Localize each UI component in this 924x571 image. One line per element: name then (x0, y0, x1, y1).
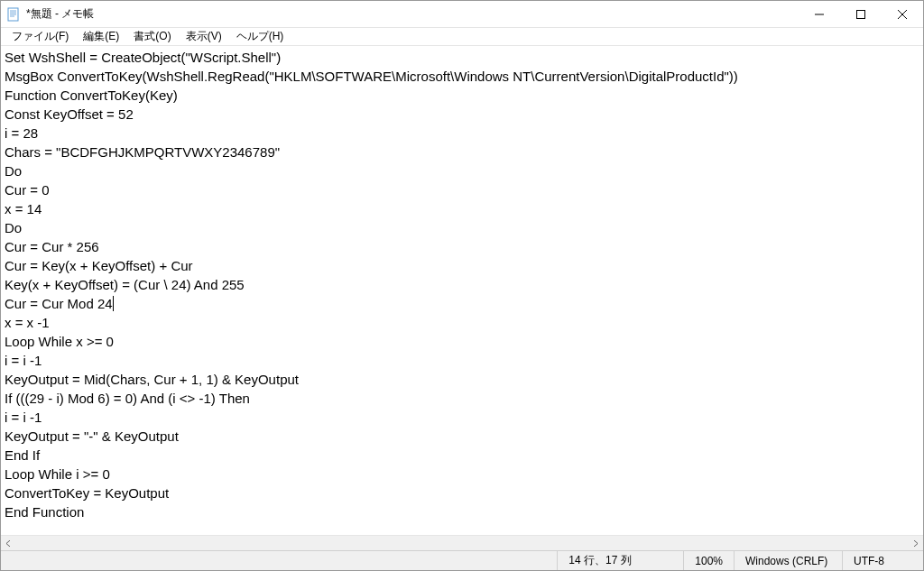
scroll-right-button[interactable] (908, 536, 923, 550)
menu-view[interactable]: 表示(V) (179, 27, 229, 46)
minimize-button[interactable] (799, 1, 840, 27)
maximize-button[interactable] (840, 1, 882, 27)
menu-edit[interactable]: 編集(E) (76, 27, 126, 46)
window-title: *無題 - メモ帳 (26, 6, 799, 22)
statusbar: 14 行、17 列 100% Windows (CRLF) UTF-8 (1, 550, 923, 570)
scroll-track[interactable] (16, 536, 908, 550)
status-zoom: 100% (683, 551, 734, 570)
menu-help[interactable]: ヘルプ(H) (229, 27, 291, 46)
status-lineending: Windows (CRLF) (734, 551, 842, 570)
menubar: ファイル(F) 編集(E) 書式(O) 表示(V) ヘルプ(H) (1, 28, 923, 46)
menu-format[interactable]: 書式(O) (126, 27, 178, 46)
horizontal-scrollbar (1, 535, 923, 550)
titlebar[interactable]: *無題 - メモ帳 (1, 1, 923, 28)
scroll-left-button[interactable] (1, 536, 16, 550)
status-position: 14 行、17 列 (557, 551, 683, 570)
menu-file[interactable]: ファイル(F) (5, 27, 76, 46)
svg-rect-6 (857, 10, 865, 18)
window-controls (799, 1, 923, 27)
text-editor[interactable]: Set WshShell = CreateObject("WScript.She… (1, 46, 923, 535)
notepad-icon (6, 7, 21, 22)
notepad-window: *無題 - メモ帳 ファイル(F) 編集(E) 書式(O) 表示(V) ヘルプ(… (0, 0, 924, 571)
close-button[interactable] (882, 1, 923, 27)
content-area: Set WshShell = CreateObject("WScript.She… (1, 46, 923, 550)
status-encoding: UTF-8 (842, 551, 923, 570)
